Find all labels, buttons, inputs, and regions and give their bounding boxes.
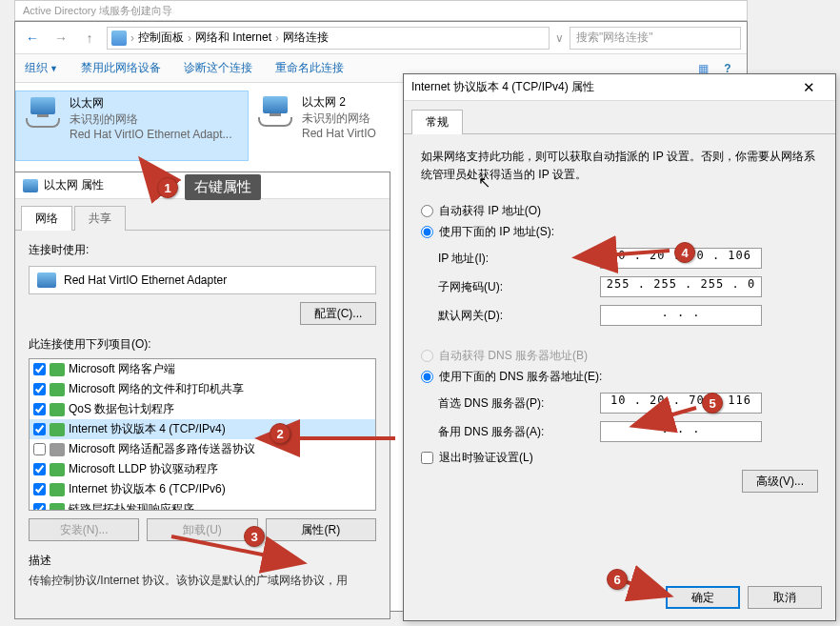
dns2-label: 备用 DNS 服务器(A): bbox=[438, 424, 600, 440]
adapter-icon bbox=[37, 273, 56, 288]
toolbar-disable[interactable]: 禁用此网络设备 bbox=[81, 60, 161, 76]
protocol-icon bbox=[50, 483, 65, 496]
annotation-badge-4: 4 bbox=[674, 242, 695, 263]
ip-address-label: IP 地址(I): bbox=[438, 251, 600, 267]
cursor-icon: ↖ bbox=[478, 173, 490, 192]
item-checkbox[interactable] bbox=[33, 423, 46, 435]
ethernet-properties-dialog: 以太网 属性 网络 共享 连接时使用: Red Hat VirtIO Ether… bbox=[14, 172, 390, 619]
service-icon bbox=[50, 383, 65, 396]
breadcrumb-item[interactable]: 网络连接 bbox=[283, 30, 329, 46]
protocol-icon bbox=[50, 443, 65, 456]
annotation-tooltip: 右键属性 bbox=[185, 174, 261, 200]
subnet-mask-input[interactable]: 255 . 255 . 255 . 0 bbox=[600, 276, 762, 297]
breadcrumb-item[interactable]: 控制面板 bbox=[138, 30, 184, 46]
annotation-badge-6: 6 bbox=[607, 569, 628, 590]
list-item[interactable]: Microsoft 网络客户端 bbox=[30, 359, 375, 379]
protocol-icon bbox=[50, 503, 65, 512]
background-window: Active Directory 域服务创建向导 bbox=[14, 0, 748, 21]
list-item[interactable]: Microsoft LLDP 协议驱动程序 bbox=[30, 459, 375, 479]
dns1-input[interactable]: 10 . 20 . 70 . 116 bbox=[600, 393, 762, 414]
properties-button[interactable]: 属性(R) bbox=[266, 518, 376, 541]
nav-up-button[interactable]: ↑ bbox=[78, 27, 101, 50]
dns1-label: 首选 DNS 服务器(P): bbox=[438, 395, 600, 412]
tab-strip: 网络 共享 bbox=[15, 199, 390, 231]
bg-window-title: Active Directory 域服务创建向导 bbox=[15, 1, 747, 21]
item-checkbox[interactable] bbox=[33, 443, 46, 455]
radio-auto-dns: 自动获得 DNS 服务器地址(B) bbox=[421, 348, 818, 364]
items-list-label: 此连接使用下列项目(O): bbox=[29, 336, 376, 353]
item-checkbox[interactable] bbox=[33, 403, 46, 415]
breadcrumb-bar: ← → ↑ › 控制面板 › 网络和 Internet › 网络连接 ∨ 搜索"… bbox=[15, 22, 747, 54]
radio-auto-ip[interactable]: 自动获得 IP 地址(O) bbox=[421, 203, 818, 219]
validate-checkbox[interactable] bbox=[421, 452, 433, 464]
list-item[interactable]: Microsoft 网络的文件和打印机共享 bbox=[30, 379, 375, 399]
annotation-badge-2: 2 bbox=[270, 423, 290, 444]
network-icon bbox=[23, 179, 38, 192]
breadcrumb-item[interactable]: 网络和 Internet bbox=[195, 30, 271, 46]
list-item[interactable]: Microsoft 网络适配器多路传送器协议 bbox=[30, 439, 375, 459]
service-icon bbox=[50, 403, 65, 416]
list-item[interactable]: Internet 协议版本 6 (TCP/IPv6) bbox=[30, 479, 375, 499]
tab-network[interactable]: 网络 bbox=[21, 206, 72, 231]
dns2-input[interactable]: . . . bbox=[600, 421, 762, 442]
item-checkbox[interactable] bbox=[33, 463, 46, 475]
network-items-list[interactable]: Microsoft 网络客户端 Microsoft 网络的文件和打印机共享 Qo… bbox=[29, 358, 376, 511]
list-item-ipv4[interactable]: Internet 协议版本 4 (TCP/IPv4) bbox=[30, 419, 375, 439]
radio-input bbox=[421, 350, 433, 362]
description-text: 传输控制协议/Internet 协议。该协议是默认的广域网络协议，用 bbox=[29, 573, 376, 589]
control-panel-icon bbox=[111, 30, 127, 46]
advanced-button[interactable]: 高级(V)... bbox=[742, 470, 818, 493]
description-label: 描述 bbox=[29, 553, 376, 569]
radio-input[interactable] bbox=[421, 371, 433, 383]
annotation-badge-3: 3 bbox=[244, 526, 265, 547]
protocol-icon bbox=[50, 423, 65, 436]
radio-use-ip[interactable]: 使用下面的 IP 地址(S): bbox=[421, 224, 818, 240]
search-input[interactable]: 搜索"网络连接" bbox=[570, 27, 741, 50]
item-checkbox[interactable] bbox=[33, 503, 46, 511]
network-adapter-icon bbox=[24, 97, 62, 131]
item-checkbox[interactable] bbox=[33, 363, 46, 375]
breadcrumb-path[interactable]: › 控制面板 › 网络和 Internet › 网络连接 bbox=[107, 27, 550, 50]
annotation-badge-1: 1 bbox=[157, 177, 178, 198]
validate-checkbox-row[interactable]: 退出时验证设置(L) bbox=[421, 450, 818, 466]
radio-use-dns[interactable]: 使用下面的 DNS 服务器地址(E): bbox=[421, 369, 818, 385]
tab-general[interactable]: 常规 bbox=[411, 110, 463, 134]
tab-strip: 常规 bbox=[404, 101, 835, 134]
annotation-badge-5: 5 bbox=[702, 393, 723, 414]
subnet-mask-label: 子网掩码(U): bbox=[438, 279, 600, 295]
dialog-title: 以太网 属性 bbox=[44, 177, 104, 193]
configure-button[interactable]: 配置(C)... bbox=[300, 302, 376, 325]
client-icon bbox=[50, 363, 65, 376]
uninstall-button[interactable]: 卸载(U) bbox=[147, 518, 257, 541]
item-checkbox[interactable] bbox=[33, 383, 46, 395]
adapter-box: Red Hat VirtIO Ethernet Adapter bbox=[29, 266, 376, 294]
item-checkbox[interactable] bbox=[33, 483, 46, 495]
dialog-title: Internet 协议版本 4 (TCP/IPv4) 属性 bbox=[411, 79, 594, 95]
install-button[interactable]: 安装(N)... bbox=[29, 518, 139, 541]
tab-sharing[interactable]: 共享 bbox=[74, 206, 126, 231]
dialog-titlebar: Internet 协议版本 4 (TCP/IPv4) 属性 ✕ bbox=[404, 74, 835, 101]
network-adapter-icon bbox=[256, 96, 294, 131]
ok-button[interactable]: 确定 bbox=[666, 586, 740, 609]
connection-item-ethernet[interactable]: 以太网 未识别的网络 Red Hat VirtIO Ethernet Adapt… bbox=[15, 91, 249, 161]
toolbar-organize[interactable]: 组织▼ bbox=[25, 60, 58, 76]
list-item[interactable]: QoS 数据包计划程序 bbox=[30, 399, 375, 419]
nav-back-button[interactable]: ← bbox=[21, 27, 44, 50]
cancel-button[interactable]: 取消 bbox=[748, 586, 822, 609]
toolbar-rename[interactable]: 重命名此连接 bbox=[275, 60, 344, 76]
close-button[interactable]: ✕ bbox=[790, 74, 828, 100]
connect-using-label: 连接时使用: bbox=[29, 242, 376, 258]
radio-input[interactable] bbox=[421, 205, 433, 217]
radio-input[interactable] bbox=[421, 226, 433, 238]
adapter-name: Red Hat VirtIO Ethernet Adapter bbox=[64, 273, 227, 287]
list-item[interactable]: 链路层拓扑发现响应程序 bbox=[30, 499, 375, 511]
ipv4-properties-dialog: Internet 协议版本 4 (TCP/IPv4) 属性 ✕ 常规 如果网络支… bbox=[403, 73, 836, 621]
gateway-label: 默认网关(D): bbox=[438, 308, 600, 324]
toolbar-diagnose[interactable]: 诊断这个连接 bbox=[184, 60, 252, 76]
nav-fwd-button: → bbox=[50, 27, 72, 50]
gateway-input[interactable]: . . . bbox=[600, 305, 762, 326]
protocol-icon bbox=[50, 463, 65, 476]
